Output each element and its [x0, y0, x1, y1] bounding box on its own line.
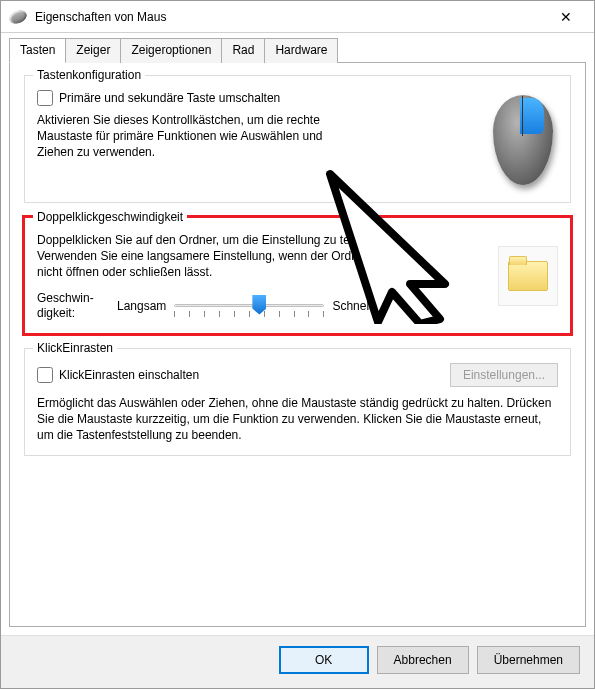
swap-buttons-row[interactable]: Primäre und sekundäre Taste umschalten [37, 90, 488, 106]
tab-zeigeroptionen[interactable]: Zeigeroptionen [120, 38, 222, 63]
swap-buttons-description: Aktivieren Sie dieses Kontrollkästchen, … [37, 112, 337, 161]
mouse-illustration [488, 90, 558, 190]
ok-button[interactable]: OK [279, 646, 369, 674]
group-button-config-legend: Tastenkonfiguration [33, 68, 145, 82]
tab-rad[interactable]: Rad [221, 38, 265, 63]
doubleclick-speed-slider[interactable] [174, 291, 324, 321]
clicklock-checkbox[interactable] [37, 367, 53, 383]
apply-button[interactable]: Übernehmen [477, 646, 580, 674]
doubleclick-description: Doppelklicken Sie auf den Ordner, um die… [37, 232, 407, 281]
speed-fast-label: Schnell [332, 299, 371, 313]
tab-pane-tasten: Tastenkonfiguration Primäre und sekundär… [9, 62, 586, 627]
folder-icon [508, 261, 548, 291]
speed-label: Geschwin- digkeit: [37, 291, 109, 320]
group-doubleclick-speed: Doppelklickgeschwindigkeit Doppelklicken… [24, 217, 571, 334]
clicklock-row[interactable]: KlickEinrasten einschalten [37, 367, 199, 383]
cancel-button[interactable]: Abbrechen [377, 646, 469, 674]
mouse-icon [7, 8, 28, 25]
clicklock-description: Ermöglicht das Auswählen oder Ziehen, oh… [37, 395, 558, 444]
group-clicklock-legend: KlickEinrasten [33, 341, 117, 355]
tab-tasten[interactable]: Tasten [9, 38, 66, 63]
swap-buttons-checkbox[interactable] [37, 90, 53, 106]
clicklock-label: KlickEinrasten einschalten [59, 368, 199, 382]
doubleclick-test-folder[interactable] [498, 246, 558, 306]
swap-buttons-label: Primäre und sekundäre Taste umschalten [59, 91, 280, 105]
group-clicklock: KlickEinrasten KlickEinrasten einschalte… [24, 348, 571, 457]
speed-slow-label: Langsam [117, 299, 166, 313]
tab-hardware[interactable]: Hardware [264, 38, 338, 63]
mouse-properties-window: Eigenschaften von Maus ✕ Tasten Zeiger Z… [0, 0, 595, 689]
dialog-footer: OK Abbrechen Übernehmen [1, 635, 594, 688]
close-button[interactable]: ✕ [546, 4, 586, 30]
tab-zeiger[interactable]: Zeiger [65, 38, 121, 63]
titlebar: Eigenschaften von Maus ✕ [1, 1, 594, 33]
group-button-config: Tastenkonfiguration Primäre und sekundär… [24, 75, 571, 203]
tab-strip: Tasten Zeiger Zeigeroptionen Rad Hardwar… [1, 33, 594, 62]
window-title: Eigenschaften von Maus [35, 10, 546, 24]
clicklock-settings-button: Einstellungen... [450, 363, 558, 387]
group-doubleclick-legend: Doppelklickgeschwindigkeit [33, 210, 187, 224]
